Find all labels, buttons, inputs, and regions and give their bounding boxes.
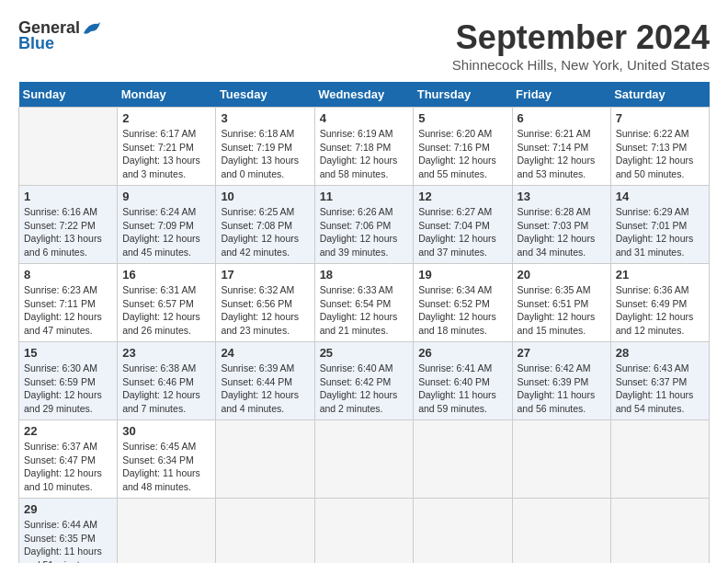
- calendar-title: September 2024: [452, 18, 710, 57]
- day-number: 9: [122, 190, 210, 203]
- col-friday: Friday: [512, 82, 610, 108]
- day-number: 17: [221, 268, 309, 282]
- day-detail: Sunrise: 6:35 AM Sunset: 6:51 PM Dayligh…: [518, 283, 606, 338]
- table-row: [414, 420, 512, 499]
- table-row: [610, 420, 709, 499]
- table-row: 21Sunrise: 6:36 AM Sunset: 6:49 PM Dayli…: [610, 264, 709, 342]
- day-detail: Sunrise: 6:24 AM Sunset: 7:09 PM Dayligh…: [122, 205, 210, 259]
- day-detail: Sunrise: 6:42 AM Sunset: 6:39 PM Dayligh…: [518, 362, 606, 416]
- day-detail: Sunrise: 6:43 AM Sunset: 6:37 PM Dayligh…: [616, 362, 704, 416]
- day-number: 16: [122, 268, 210, 282]
- table-row: 10Sunrise: 6:25 AM Sunset: 7:08 PM Dayli…: [216, 186, 314, 264]
- day-number: 14: [616, 190, 704, 203]
- logo-bird-icon: [82, 20, 102, 37]
- table-row: 7Sunrise: 6:22 AM Sunset: 7:13 PM Daylig…: [610, 108, 709, 186]
- table-row: 17Sunrise: 6:32 AM Sunset: 6:56 PM Dayli…: [216, 264, 314, 342]
- day-number: 7: [616, 111, 704, 125]
- day-number: 18: [320, 268, 409, 282]
- table-row: 2Sunrise: 6:17 AM Sunset: 7:21 PM Daylig…: [118, 108, 216, 186]
- day-number: 19: [418, 268, 506, 282]
- logo-blue-text: Blue: [18, 34, 54, 53]
- table-row: 30Sunrise: 6:45 AM Sunset: 6:34 PM Dayli…: [118, 420, 216, 499]
- day-detail: Sunrise: 6:39 AM Sunset: 6:44 PM Dayligh…: [221, 362, 309, 416]
- day-number: 11: [320, 190, 409, 203]
- day-number: 22: [24, 424, 112, 438]
- table-row: [314, 420, 414, 499]
- day-number: 28: [616, 346, 704, 360]
- table-row: [216, 420, 314, 499]
- table-row: 11Sunrise: 6:26 AM Sunset: 7:06 PM Dayli…: [314, 186, 414, 264]
- day-detail: Sunrise: 6:25 AM Sunset: 7:08 PM Dayligh…: [221, 205, 309, 259]
- calendar-header: September 2024 Shinnecock Hills, New Yor…: [452, 18, 710, 73]
- table-row: [512, 499, 610, 564]
- table-row: 16Sunrise: 6:31 AM Sunset: 6:57 PM Dayli…: [118, 264, 216, 342]
- table-row: 27Sunrise: 6:42 AM Sunset: 6:39 PM Dayli…: [512, 342, 610, 420]
- table-row: 20Sunrise: 6:35 AM Sunset: 6:51 PM Dayli…: [512, 264, 610, 342]
- day-number: 6: [518, 111, 606, 125]
- day-detail: Sunrise: 6:31 AM Sunset: 6:57 PM Dayligh…: [122, 283, 210, 338]
- calendar-week-row: 2Sunrise: 6:17 AM Sunset: 7:21 PM Daylig…: [19, 108, 710, 186]
- day-number: 27: [518, 346, 606, 360]
- table-row: 1Sunrise: 6:16 AM Sunset: 7:22 PM Daylig…: [19, 186, 118, 264]
- table-row: [314, 499, 414, 564]
- day-number: 23: [122, 346, 210, 360]
- page-header: General Blue September 2024 Shinnecock H…: [18, 18, 710, 73]
- table-row: [216, 499, 314, 564]
- day-detail: Sunrise: 6:26 AM Sunset: 7:06 PM Dayligh…: [320, 205, 409, 259]
- table-row: 15Sunrise: 6:30 AM Sunset: 6:59 PM Dayli…: [19, 342, 118, 420]
- day-number: 30: [122, 424, 210, 438]
- calendar-week-row: 22Sunrise: 6:37 AM Sunset: 6:47 PM Dayli…: [19, 420, 710, 499]
- day-number: 3: [221, 111, 309, 125]
- day-detail: Sunrise: 6:22 AM Sunset: 7:13 PM Dayligh…: [616, 127, 704, 181]
- day-number: 21: [616, 268, 704, 282]
- table-row: 14Sunrise: 6:29 AM Sunset: 7:01 PM Dayli…: [610, 186, 709, 264]
- table-row: 18Sunrise: 6:33 AM Sunset: 6:54 PM Dayli…: [314, 264, 414, 342]
- day-detail: Sunrise: 6:18 AM Sunset: 7:19 PM Dayligh…: [221, 127, 309, 181]
- day-number: 8: [24, 268, 112, 282]
- table-row: 23Sunrise: 6:38 AM Sunset: 6:46 PM Dayli…: [118, 342, 216, 420]
- day-detail: Sunrise: 6:17 AM Sunset: 7:21 PM Dayligh…: [122, 127, 210, 181]
- table-row: [610, 499, 709, 564]
- table-row: [512, 420, 610, 499]
- logo: General Blue: [18, 18, 102, 53]
- day-detail: Sunrise: 6:20 AM Sunset: 7:16 PM Dayligh…: [418, 127, 506, 181]
- table-row: [118, 499, 216, 564]
- day-detail: Sunrise: 6:28 AM Sunset: 7:03 PM Dayligh…: [518, 205, 606, 259]
- day-detail: Sunrise: 6:21 AM Sunset: 7:14 PM Dayligh…: [518, 127, 606, 181]
- day-detail: Sunrise: 6:29 AM Sunset: 7:01 PM Dayligh…: [616, 205, 704, 259]
- day-number: 10: [221, 190, 309, 203]
- day-number: 1: [24, 190, 112, 203]
- calendar-header-row: Sunday Monday Tuesday Wednesday Thursday…: [19, 82, 710, 108]
- table-row: 22Sunrise: 6:37 AM Sunset: 6:47 PM Dayli…: [19, 420, 118, 499]
- day-detail: Sunrise: 6:37 AM Sunset: 6:47 PM Dayligh…: [24, 440, 112, 494]
- table-row: 13Sunrise: 6:28 AM Sunset: 7:03 PM Dayli…: [512, 186, 610, 264]
- col-tuesday: Tuesday: [216, 82, 314, 108]
- day-number: 12: [418, 190, 506, 203]
- col-wednesday: Wednesday: [314, 82, 414, 108]
- col-monday: Monday: [118, 82, 216, 108]
- table-row: 9Sunrise: 6:24 AM Sunset: 7:09 PM Daylig…: [118, 186, 216, 264]
- day-detail: Sunrise: 6:36 AM Sunset: 6:49 PM Dayligh…: [616, 283, 704, 338]
- col-thursday: Thursday: [414, 82, 512, 108]
- day-number: 4: [320, 111, 409, 125]
- table-row: 24Sunrise: 6:39 AM Sunset: 6:44 PM Dayli…: [216, 342, 314, 420]
- calendar-week-row: 15Sunrise: 6:30 AM Sunset: 6:59 PM Dayli…: [19, 342, 710, 420]
- day-detail: Sunrise: 6:33 AM Sunset: 6:54 PM Dayligh…: [320, 283, 409, 338]
- day-number: 20: [518, 268, 606, 282]
- day-detail: Sunrise: 6:44 AM Sunset: 6:35 PM Dayligh…: [24, 518, 112, 563]
- calendar-table: Sunday Monday Tuesday Wednesday Thursday…: [18, 82, 710, 563]
- calendar-week-row: 29Sunrise: 6:44 AM Sunset: 6:35 PM Dayli…: [19, 499, 710, 564]
- col-sunday: Sunday: [19, 82, 118, 108]
- table-row: 28Sunrise: 6:43 AM Sunset: 6:37 PM Dayli…: [610, 342, 709, 420]
- calendar-week-row: 1Sunrise: 6:16 AM Sunset: 7:22 PM Daylig…: [19, 186, 710, 264]
- table-row: 29Sunrise: 6:44 AM Sunset: 6:35 PM Dayli…: [19, 499, 118, 564]
- table-row: 19Sunrise: 6:34 AM Sunset: 6:52 PM Dayli…: [414, 264, 512, 342]
- day-number: 15: [24, 346, 112, 360]
- day-number: 25: [320, 346, 409, 360]
- table-row: 6Sunrise: 6:21 AM Sunset: 7:14 PM Daylig…: [512, 108, 610, 186]
- day-number: 29: [24, 502, 112, 516]
- table-row: 4Sunrise: 6:19 AM Sunset: 7:18 PM Daylig…: [314, 108, 414, 186]
- col-saturday: Saturday: [610, 82, 709, 108]
- day-number: 5: [418, 111, 506, 125]
- day-detail: Sunrise: 6:16 AM Sunset: 7:22 PM Dayligh…: [24, 205, 112, 259]
